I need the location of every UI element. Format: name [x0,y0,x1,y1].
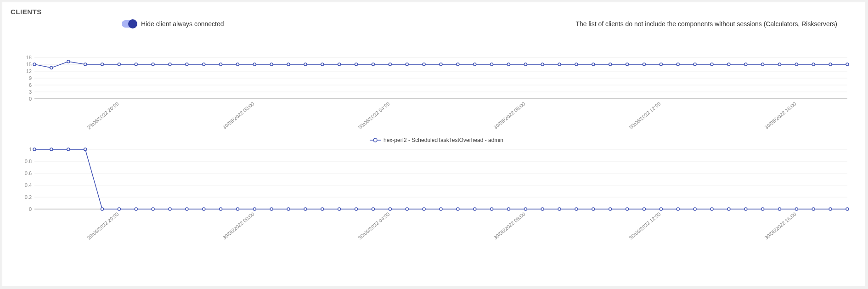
svg-text:3: 3 [29,89,32,95]
svg-point-28 [253,63,256,66]
svg-point-21 [135,63,137,66]
x-tick-label: 30/06/2022 12:00 [628,101,661,130]
svg-text:1: 1 [29,147,32,152]
svg-point-81 [67,148,70,151]
svg-point-55 [710,63,713,66]
svg-point-112 [592,208,595,210]
svg-point-20 [118,63,120,66]
svg-point-16 [50,67,53,69]
x-tick-label: 30/06/2022 04:00 [357,211,390,240]
svg-point-96 [321,208,324,210]
svg-point-23 [169,63,171,66]
svg-point-103 [440,208,442,210]
svg-text:0.2: 0.2 [25,194,32,200]
x-tick-label: 30/06/2022 16:00 [763,211,797,240]
svg-point-107 [507,208,510,210]
svg-point-117 [676,208,679,210]
clients-chart-bottom[interactable]: 00.20.40.60.8129/06/2022 20:0030/06/2022… [16,145,852,246]
svg-point-36 [389,63,391,66]
svg-point-33 [338,63,341,66]
svg-point-109 [541,208,544,210]
svg-point-65 [373,138,377,142]
hide-connected-toggle[interactable]: Hide client always connected [122,20,224,28]
svg-point-26 [220,63,222,66]
svg-point-41 [473,63,476,66]
panel-note: The list of clients do not include the c… [575,20,837,28]
svg-text:0.4: 0.4 [25,182,32,188]
svg-point-99 [372,208,375,210]
x-tick-label: 30/06/2022 04:00 [357,101,390,130]
svg-point-111 [575,208,578,210]
svg-point-57 [744,63,747,66]
x-tick-label: 30/06/2022 12:00 [628,211,661,240]
svg-point-40 [457,63,459,66]
svg-point-19 [101,63,104,66]
x-tick-label: 30/06/2022 08:00 [492,211,526,240]
svg-point-56 [727,63,730,66]
toggle-label: Hide client always connected [141,20,224,28]
panel-header: Hide client always connected The list of… [2,16,865,28]
x-tick-label: 30/06/2022 00:00 [221,211,255,240]
svg-point-95 [304,208,307,210]
svg-point-46 [558,63,561,66]
x-tick-label: 29/06/2022 20:00 [86,211,119,240]
svg-point-89 [203,208,205,210]
svg-point-39 [440,63,442,66]
svg-point-119 [710,208,713,210]
svg-point-37 [406,63,408,66]
svg-text:0.8: 0.8 [25,159,32,164]
svg-point-25 [203,63,205,66]
svg-point-120 [727,208,730,210]
svg-text:6: 6 [29,82,32,88]
x-tick-label: 29/06/2022 20:00 [86,101,119,130]
svg-text:0: 0 [29,96,32,102]
svg-text:18: 18 [26,55,32,60]
toggle-track [122,20,136,28]
svg-point-48 [592,63,595,66]
svg-point-29 [270,63,273,66]
svg-point-15 [33,63,36,66]
svg-point-79 [33,148,36,151]
svg-point-45 [541,63,544,66]
svg-text:9: 9 [29,75,32,81]
svg-point-106 [490,208,493,210]
svg-point-32 [321,63,324,66]
svg-text:0.6: 0.6 [25,170,32,176]
clients-chart-top[interactable]: 036912151829/06/2022 20:0030/06/2022 00:… [16,44,852,145]
toggle-thumb [128,19,137,28]
svg-point-108 [524,208,527,210]
svg-point-61 [812,63,815,66]
svg-point-102 [423,208,425,210]
svg-point-118 [693,208,696,210]
svg-point-124 [795,208,798,210]
svg-point-54 [693,63,696,66]
svg-point-63 [846,63,849,66]
svg-point-93 [270,208,273,210]
x-tick-label: 30/06/2022 00:00 [221,101,255,130]
svg-point-27 [237,63,239,66]
svg-point-59 [778,63,781,66]
svg-point-97 [338,208,341,210]
svg-point-84 [118,208,120,210]
legend-label: hex-perf2 - ScheduledTaskTestOverhead - … [383,137,503,143]
svg-point-91 [237,208,239,210]
svg-point-49 [609,63,612,66]
svg-point-30 [287,63,290,66]
svg-point-62 [829,63,832,66]
svg-point-38 [423,63,425,66]
svg-point-113 [609,208,612,210]
svg-point-114 [626,208,629,210]
svg-point-122 [761,208,764,210]
svg-point-51 [643,63,646,66]
svg-point-52 [659,63,662,66]
svg-text:15: 15 [26,62,32,67]
svg-point-35 [372,63,375,66]
svg-point-116 [659,208,662,210]
svg-point-50 [626,63,629,66]
svg-point-24 [186,63,188,66]
svg-point-98 [355,208,358,210]
svg-point-80 [50,148,53,151]
svg-point-121 [744,208,747,210]
clients-panel: CLIENTS Hide client always connected The… [2,2,865,286]
svg-point-104 [457,208,459,210]
